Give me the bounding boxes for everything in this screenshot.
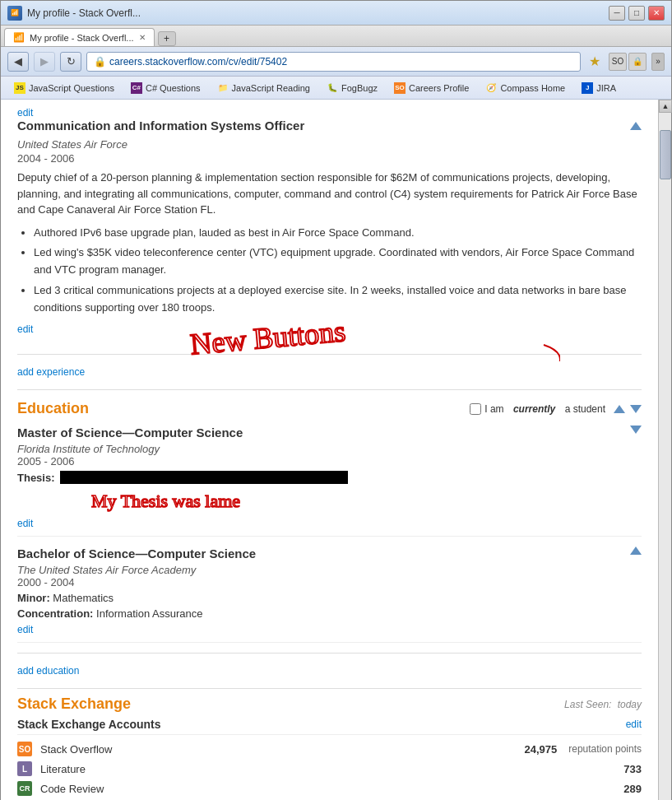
se-last-seen: Last Seen: today	[564, 698, 642, 710]
bookmark-compass[interactable]: 🧭 Compass Home	[479, 79, 572, 97]
bookmark-cs-questions[interactable]: C# C# Questions	[124, 79, 207, 97]
last-seen-label: Last Seen:	[564, 699, 611, 710]
bookmark-fogbugz[interactable]: 🐛 FogBugz	[320, 79, 384, 97]
bachelors-degree: Bachelor of Science—Computer Science	[17, 547, 256, 560]
bachelors-dates: 2000 - 2004	[17, 576, 642, 588]
bookmark-cs-label: C# Questions	[146, 83, 201, 93]
url-text: careers.stackoverflow.com/cv/edit/75402	[109, 56, 287, 67]
education-controls: I am currently a student	[470, 403, 642, 415]
education-entry-masters: Master of Science—Computer Science Flori…	[17, 426, 642, 537]
folder-icon: 📁	[217, 82, 229, 94]
bookmark-jira-label: JIRA	[596, 83, 616, 93]
bachelors-move-up-button[interactable]	[630, 547, 642, 555]
bullet-3: Led 3 critical communications projects a…	[34, 282, 642, 317]
education-section-header: Education I am currently a student	[17, 400, 642, 417]
education-move-down-button[interactable]	[630, 405, 642, 413]
experience-move-up-button[interactable]	[630, 122, 642, 130]
window-controls: ─ □ ✕	[609, 6, 665, 21]
add-education-area: add education	[17, 660, 642, 681]
bullet-1: Authored IPv6 base upgrade plan, lauded …	[34, 225, 642, 242]
bookmark-careers[interactable]: SO Careers Profile	[387, 79, 475, 97]
bookmark-js-questions[interactable]: JS JavaScript Questions	[7, 79, 121, 97]
bookmark-careers-label: Careers Profile	[409, 83, 469, 93]
job-dates: 2004 - 2006	[17, 152, 642, 165]
add-education-link[interactable]: add education	[17, 665, 79, 677]
bookmark-jira[interactable]: J JIRA	[575, 79, 623, 97]
add-experience-link[interactable]: add experience	[17, 366, 85, 378]
browser-icon: 📶	[7, 6, 22, 21]
back-button[interactable]: ◀	[7, 52, 29, 72]
lit-site-icon: L	[17, 761, 32, 776]
bookmark-reading-label: JavaScript Reading	[232, 83, 310, 93]
maximize-button[interactable]: □	[628, 6, 645, 21]
addon-button-1[interactable]: SO	[609, 53, 627, 71]
js-icon: JS	[14, 82, 25, 94]
masters-school: Florida Institute of Technology	[17, 443, 642, 455]
bookmark-js-label: JavaScript Questions	[29, 83, 114, 93]
vertical-scrollbar: ▲ ▼	[658, 100, 671, 800]
tab-bar: 📶 My profile - Stack Overfl... ✕ +	[1, 26, 671, 47]
masters-edit-link[interactable]: edit	[17, 518, 33, 529]
so-site-name: Stack Overflow	[40, 743, 499, 756]
thesis-annotation-wrapper: My Thesis was lame	[17, 484, 642, 517]
bookmark-star-button[interactable]: ★	[586, 53, 604, 71]
url-bar[interactable]: 🔒 careers.stackoverflow.com/cv/edit/7540…	[86, 52, 581, 72]
job-organization: United States Air Force	[17, 138, 642, 151]
active-tab[interactable]: 📶 My profile - Stack Overfl... ✕	[4, 28, 155, 46]
browser-window: 📶 My profile - Stack Overfl... ─ □ ✕ 📶 M…	[0, 0, 672, 800]
scroll-thumb[interactable]	[660, 130, 671, 179]
new-tab-button[interactable]: +	[158, 31, 176, 46]
compass-icon: 🧭	[485, 82, 497, 94]
jira-icon: J	[582, 82, 593, 94]
so-rep: 24,975	[507, 743, 557, 756]
forward-button[interactable]: ▶	[34, 52, 55, 72]
minor-value: Mathematics	[53, 592, 114, 604]
concentration-value: Information Assurance	[96, 607, 202, 620]
se-account-row-cr: CR Code Review 289	[17, 781, 642, 796]
thesis-redacted-text	[60, 471, 348, 484]
scroll-track[interactable]	[659, 113, 671, 800]
bachelors-edit-link[interactable]: edit	[17, 624, 33, 635]
experience-entry-header: Communication and Information Systems Of…	[17, 119, 642, 135]
se-accounts-title: Stack Exchange Accounts	[17, 718, 161, 731]
addon-button-2[interactable]: 🔒	[628, 53, 647, 71]
minimize-button[interactable]: ─	[609, 6, 625, 21]
so-rep-label: reputation points	[568, 743, 642, 755]
bookmark-fogbugz-label: FogBugz	[341, 83, 378, 93]
page-content: edit Communication and Information Syste…	[1, 100, 658, 800]
overflow-button[interactable]: »	[651, 53, 665, 71]
education-title: Education	[17, 400, 89, 417]
se-accounts-edit-link[interactable]: edit	[626, 719, 642, 730]
close-button[interactable]: ✕	[648, 6, 665, 21]
bookmark-js-reading[interactable]: 📁 JavaScript Reading	[211, 79, 317, 97]
thesis-line: Thesis:	[17, 471, 642, 484]
currently-student-checkbox[interactable]	[470, 403, 481, 415]
cr-site-name: Code Review	[40, 783, 584, 795]
cs-icon: C#	[131, 82, 142, 94]
job-title: Communication and Information Systems Of…	[17, 119, 304, 133]
top-edit-link[interactable]: edit	[17, 107, 33, 119]
masters-move-down-button[interactable]	[630, 426, 642, 434]
job-description: Deputy chief of a 20-person planning & i…	[17, 170, 642, 218]
se-accounts-header: Stack Exchange Accounts edit	[17, 718, 642, 735]
minor-line: Minor: Mathematics	[17, 592, 642, 604]
tab-label: My profile - Stack Overfl...	[30, 33, 134, 43]
education-arrow-controls	[614, 405, 642, 413]
careers-icon: SO	[394, 82, 406, 94]
concentration-label: Concentration:	[17, 607, 93, 620]
stack-exchange-section: Stack Exchange Last Seen: today Stack Ex…	[17, 695, 642, 796]
job-bullets-list: Authored IPv6 base upgrade plan, lauded …	[34, 225, 642, 317]
svg-text:My Thesis was lame: My Thesis was lame	[91, 491, 240, 511]
lit-site-name: Literature	[40, 763, 584, 775]
reload-button[interactable]: ↻	[60, 52, 81, 72]
divider-3	[17, 653, 642, 653]
fogbugz-icon: 🐛	[327, 82, 338, 94]
education-move-up-button[interactable]	[614, 405, 625, 413]
addon-buttons: SO 🔒	[609, 53, 647, 71]
experience-edit-link[interactable]: edit	[17, 323, 33, 335]
tab-close-button[interactable]: ✕	[139, 33, 146, 42]
tab-favicon: 📶	[13, 32, 25, 43]
last-seen-value: today	[618, 699, 642, 710]
scroll-up-button[interactable]: ▲	[659, 100, 672, 113]
so-site-icon: SO	[17, 742, 32, 756]
